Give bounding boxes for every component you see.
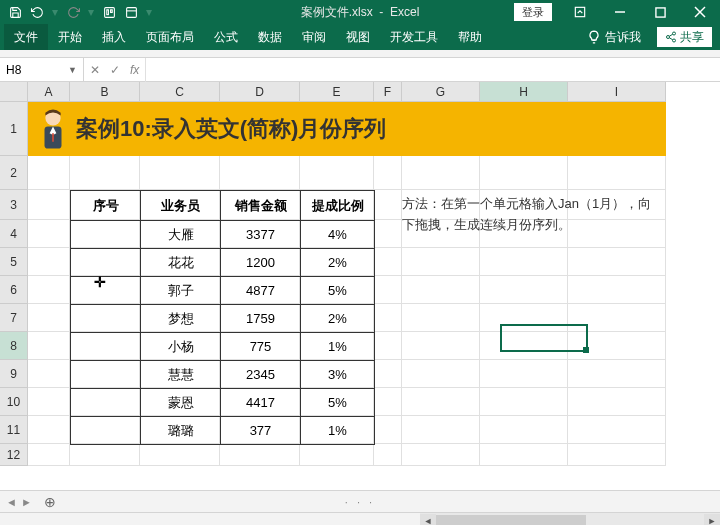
login-button[interactable]: 登录 (514, 3, 552, 21)
cell[interactable] (480, 304, 568, 332)
col-header-B[interactable]: B (70, 82, 140, 102)
cell[interactable] (28, 220, 70, 248)
table-cell[interactable]: 1% (301, 333, 375, 361)
table-cell[interactable]: 2% (301, 305, 375, 333)
cell[interactable] (28, 190, 70, 220)
cell[interactable] (402, 332, 480, 360)
cell[interactable] (374, 276, 402, 304)
tab-home[interactable]: 开始 (48, 24, 92, 50)
col-header-I[interactable]: I (568, 82, 666, 102)
cell[interactable] (402, 360, 480, 388)
cell[interactable] (374, 388, 402, 416)
cell[interactable] (402, 304, 480, 332)
name-box-dropdown-icon[interactable]: ▼ (68, 65, 77, 75)
col-header-E[interactable]: E (300, 82, 374, 102)
table-cell[interactable]: 花花 (141, 249, 221, 277)
cell[interactable] (374, 332, 402, 360)
cell[interactable] (480, 360, 568, 388)
save-icon[interactable] (6, 3, 24, 21)
select-all-corner[interactable] (0, 82, 28, 102)
table-header[interactable]: 业务员 (141, 191, 221, 221)
table-cell[interactable]: 1759 (221, 305, 301, 333)
cell[interactable] (28, 388, 70, 416)
cell[interactable] (480, 276, 568, 304)
scroll-thumb[interactable] (436, 515, 586, 526)
tab-view[interactable]: 视图 (336, 24, 380, 50)
table-cell[interactable] (71, 221, 141, 249)
cell[interactable] (374, 190, 402, 220)
horizontal-scrollbar[interactable]: ◄ ► (0, 512, 720, 525)
cell[interactable] (28, 332, 70, 360)
tab-formulas[interactable]: 公式 (204, 24, 248, 50)
cell[interactable] (28, 444, 70, 466)
table-cell[interactable]: 璐璐 (141, 417, 221, 445)
cell[interactable] (480, 388, 568, 416)
col-header-H[interactable]: H (480, 82, 568, 102)
cell[interactable] (140, 156, 220, 190)
tab-help[interactable]: 帮助 (448, 24, 492, 50)
cell[interactable] (28, 304, 70, 332)
cell[interactable] (300, 444, 374, 466)
cell[interactable] (402, 276, 480, 304)
sheet-overflow-icon[interactable]: ∙ ∙ ∙ (345, 496, 375, 508)
cell[interactable] (374, 416, 402, 444)
cell[interactable] (568, 416, 666, 444)
table-cell[interactable] (71, 305, 141, 333)
cell[interactable] (28, 156, 70, 190)
row-header-8[interactable]: 8 (0, 332, 28, 360)
cell[interactable] (220, 156, 300, 190)
row-header-9[interactable]: 9 (0, 360, 28, 388)
cell[interactable] (480, 416, 568, 444)
table-header[interactable]: 提成比例 (301, 191, 375, 221)
table-cell[interactable]: 蒙恩 (141, 389, 221, 417)
cell[interactable] (480, 156, 568, 190)
cell[interactable] (28, 248, 70, 276)
cell[interactable] (480, 248, 568, 276)
col-header-D[interactable]: D (220, 82, 300, 102)
cell[interactable] (480, 444, 568, 466)
table-cell[interactable]: 5% (301, 277, 375, 305)
cell[interactable] (480, 332, 568, 360)
col-header-G[interactable]: G (402, 82, 480, 102)
cell[interactable] (374, 156, 402, 190)
tab-developer[interactable]: 开发工具 (380, 24, 448, 50)
row-header-3[interactable]: 3 (0, 190, 28, 220)
row-header-2[interactable]: 2 (0, 156, 28, 190)
cell[interactable] (70, 156, 140, 190)
tab-layout[interactable]: 页面布局 (136, 24, 204, 50)
cell[interactable] (374, 220, 402, 248)
cell[interactable] (28, 416, 70, 444)
cell[interactable] (28, 276, 70, 304)
table-cell[interactable]: 小杨 (141, 333, 221, 361)
cell[interactable] (568, 156, 666, 190)
ribbon-options-icon[interactable] (560, 0, 600, 24)
row-header-1[interactable]: 1 (0, 102, 28, 156)
cell[interactable] (568, 444, 666, 466)
cell[interactable] (402, 156, 480, 190)
redo-icon[interactable] (64, 3, 82, 21)
table-cell[interactable] (71, 361, 141, 389)
cell[interactable] (402, 444, 480, 466)
table-cell[interactable]: 4% (301, 221, 375, 249)
tab-insert[interactable]: 插入 (92, 24, 136, 50)
cell[interactable] (28, 360, 70, 388)
qat-custom-1-icon[interactable] (100, 3, 118, 21)
table-cell[interactable] (71, 333, 141, 361)
sheet-next-icon[interactable]: ► (21, 496, 32, 508)
cell[interactable] (70, 444, 140, 466)
table-cell[interactable]: 5% (301, 389, 375, 417)
tab-review[interactable]: 审阅 (292, 24, 336, 50)
table-cell[interactable]: 慧慧 (141, 361, 221, 389)
cell[interactable] (568, 360, 666, 388)
maximize-icon[interactable] (640, 0, 680, 24)
cancel-formula-icon[interactable]: ✕ (90, 63, 100, 77)
worksheet-grid[interactable]: ABCDEFGHI 123456789101112 案例10:录入英文(简称)月… (0, 82, 720, 490)
qat-custom-2-icon[interactable] (122, 3, 140, 21)
cell[interactable] (568, 304, 666, 332)
col-header-F[interactable]: F (374, 82, 402, 102)
share-button[interactable]: 共享 (657, 27, 712, 47)
cell[interactable] (402, 416, 480, 444)
table-cell[interactable]: 775 (221, 333, 301, 361)
row-header-5[interactable]: 5 (0, 248, 28, 276)
cell[interactable] (374, 304, 402, 332)
